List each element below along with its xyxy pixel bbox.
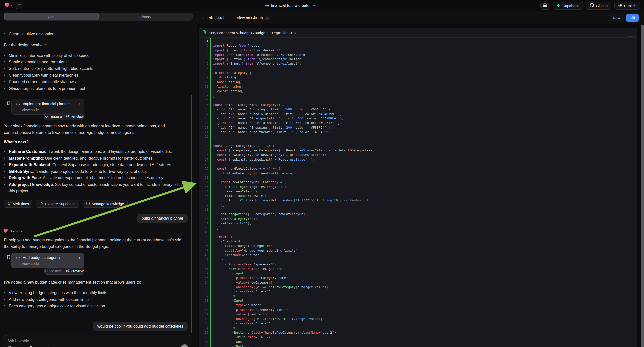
lovable-heart-icon [4, 3, 10, 8]
view-code-link[interactable]: View code [22, 261, 80, 266]
code-line: 20 { id: '5', name: 'Shopping', limit: 2… [200, 126, 637, 130]
list-item: •Glass-morphic elements for a premium fe… [4, 86, 188, 92]
list-item: •Debug with Ease: Activate our experimen… [4, 175, 188, 182]
line-number: 34 [200, 189, 208, 194]
file-path-bar[interactable]: src/components/budget/BudgetCategories.t… [200, 28, 637, 38]
model-selector[interactable]: Default ⌄ [46, 346, 68, 347]
line-number: 25 [200, 148, 208, 152]
supabase-button[interactable]: Supabase [553, 2, 583, 10]
code-text: if (!newCategory || !newLimit) return; [212, 171, 294, 176]
restore-button[interactable]: ↺ Restore [45, 115, 62, 119]
restore-button[interactable]: ↺ Restore [45, 269, 62, 273]
code-text: limit: number; [212, 84, 244, 89]
visit-docs-button[interactable]: Visit docs [4, 200, 32, 208]
edit-mode-button[interactable]: Edit [29, 346, 41, 347]
version-toolbar: ↺ Restore Preview [44, 267, 84, 274]
code-text: import { Button } from '@/components/ui/… [212, 57, 305, 62]
code-line: 17 { id: '2', name: 'Food & Dining', lim… [200, 112, 637, 116]
line-number: 6 [200, 62, 208, 66]
chat-input[interactable] [8, 339, 157, 343]
code-text: onChange={(e) => setNewCategory(e.target… [212, 285, 328, 289]
code-text: import ChartCard from '@/components/ui/C… [212, 52, 309, 57]
code-text: setNewCategory(''); [212, 216, 257, 221]
code-editor[interactable]: 12import React from 'react';3import { Pl… [200, 38, 637, 347]
bullet-dot: • [4, 85, 6, 92]
line-number: 26 [200, 152, 208, 157]
code-line: 31 [200, 176, 637, 180]
code-scrollbar[interactable] [641, 25, 644, 347]
github-button[interactable]: GitHub [586, 2, 612, 10]
code-text: { id: '3', name: 'Transportation', limit… [212, 116, 344, 121]
message-menu-button[interactable]: … [184, 229, 188, 234]
list-item: •View existing budget categories with th… [4, 290, 188, 296]
code-line: 42 }; [200, 226, 637, 230]
line-number: 35 [200, 194, 208, 198]
code-panel: ‹ Exit ESC View on GitHub G Raw Diff [197, 12, 644, 347]
line-number: 44 [200, 235, 208, 239]
code-line: 38 [200, 207, 637, 212]
tab-history[interactable]: History [98, 13, 192, 20]
bullet-dot: • [4, 303, 6, 310]
code-text: import { Input } from '@/components/ui/i… [212, 62, 302, 66]
line-number: 14 [200, 98, 208, 102]
line-number: 59 [200, 303, 208, 308]
code-text: } [212, 94, 215, 98]
code-line: 1 [200, 39, 637, 43]
composer: Attach Edit Default ⌄ [3, 335, 192, 347]
bookmark-icon[interactable] [6, 255, 12, 260]
preview-button[interactable]: Preview [66, 115, 84, 119]
code-text [212, 176, 213, 180]
code-text: className="flex-1" [212, 321, 270, 326]
line-number: 57 [200, 294, 208, 298]
tab-chat[interactable]: Chat [4, 13, 98, 20]
diff-toggle[interactable]: Diff [626, 14, 638, 22]
line-number: 67 [200, 340, 208, 344]
chat-history-tabs: Chat History [4, 13, 193, 21]
code-text: const defaultCategories: Category[] = [ [212, 102, 288, 107]
next-item-text: Add project knowledge: Set key context o… [9, 182, 188, 195]
code-text: Add [212, 340, 242, 344]
list-item: •Clean typography with clear hierarchies [4, 72, 188, 79]
sidebar-toggle-button[interactable] [16, 2, 23, 9]
exit-button[interactable]: ‹ Exit ESC [203, 16, 224, 20]
raw-toggle[interactable]: Raw [609, 14, 624, 22]
list-item: •Add new budget categories with custom l… [4, 296, 188, 303]
chat-scrollbar[interactable] [191, 95, 192, 332]
code-text: className="h-auto" [212, 253, 259, 258]
line-number: 49 [200, 258, 208, 262]
code-text: import { Plus } from 'lucide-react'; [212, 48, 282, 52]
lovable-logo-menu[interactable]: ▾ [4, 3, 13, 8]
preview-button[interactable]: Preview [66, 269, 84, 273]
version-card-implement-financial-planner[interactable]: < > Implement financial planner › View c… [12, 99, 84, 114]
version-card-add-budget-categories[interactable]: < > Add budget categories › View code [12, 253, 84, 268]
bullet-dot: • [4, 148, 6, 155]
line-number: 47 [200, 248, 208, 253]
project-title-menu[interactable]: financial-future-creator ▾ [265, 0, 315, 12]
code-line: 68 </Button> [200, 344, 637, 347]
code-text [212, 39, 213, 43]
view-on-github-button[interactable]: View on GitHub G [237, 16, 270, 20]
line-number: 15 [200, 102, 208, 107]
code-line: 2import React from 'react'; [200, 43, 637, 48]
publish-button[interactable]: Publish [614, 2, 640, 10]
settings-button[interactable] [540, 2, 550, 10]
bullet-dot: • [4, 290, 6, 296]
line-number: 12 [200, 89, 208, 93]
list-item-text: Glass-morphic elements for a premium fee… [9, 86, 85, 92]
github-icon [590, 3, 594, 8]
code-line: 37 }; [200, 203, 637, 207]
code-line: 48 className="h-auto" [200, 253, 637, 258]
code-line: 6import { Input } from '@/components/ui/… [200, 62, 637, 66]
code-text: > [212, 258, 223, 262]
bookmark-icon[interactable] [6, 101, 12, 106]
code-line: 34 name: newCategory, [200, 189, 637, 194]
code-text: id: string; [212, 75, 238, 80]
code-text: value={newLimit} [212, 312, 267, 317]
version-card-title: Implement financial planner [23, 102, 76, 106]
view-code-link[interactable]: View code [22, 108, 80, 112]
manage-knowledge-button[interactable]: Manage knowledge [83, 200, 128, 208]
collapse-file-button[interactable]: ⌃ [626, 29, 634, 36]
send-button[interactable]: ↑ [181, 344, 188, 347]
explore-supabase-button[interactable]: Explore Supabase [36, 200, 79, 208]
attach-button[interactable]: Attach [8, 346, 24, 347]
